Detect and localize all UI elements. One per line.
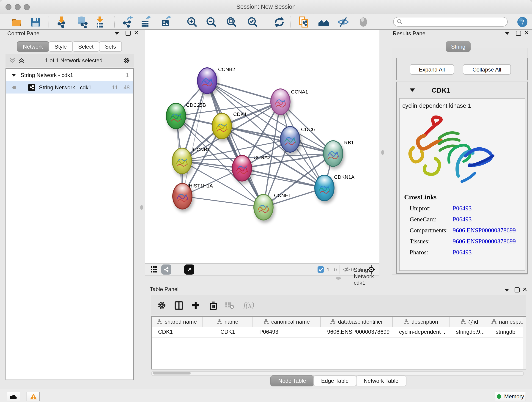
network-node-ccnb1[interactable] (172, 148, 192, 174)
bottom-splitter-handle[interactable] (336, 277, 341, 280)
network-node-ccnb2[interactable] (197, 67, 217, 94)
column-header--id[interactable]: @id (450, 317, 489, 327)
zoom-selected-button[interactable] (246, 16, 259, 28)
results-panel-maximize-button[interactable] (516, 31, 521, 36)
tab-node-table[interactable]: Node Table (271, 375, 314, 386)
crosslink-link[interactable]: 9606.ENSP00000378699 (453, 227, 516, 234)
table-options-button[interactable] (156, 299, 168, 311)
collection-expand-caret[interactable] (12, 74, 16, 76)
column-header-canonical-name[interactable]: canonical name (253, 317, 321, 327)
column-header-database-identifier[interactable]: database identifier (321, 317, 393, 327)
network-collection-row[interactable]: String Network - cdk1 1 (6, 69, 133, 81)
import-network-from-database-button[interactable] (76, 16, 89, 28)
export-network-button[interactable] (121, 16, 134, 28)
memory-button[interactable]: Memory (495, 392, 526, 401)
warnings-button[interactable] (27, 392, 40, 401)
table-panel-maximize-button[interactable] (515, 287, 520, 293)
table-cell[interactable]: 9606.ENSP00000378699 (321, 327, 393, 337)
table-vertical-scrollbar[interactable] (523, 317, 526, 369)
hide-selected-button[interactable] (337, 16, 350, 28)
column-header-name[interactable]: name (203, 317, 253, 327)
crosslink-link[interactable]: P06493 (453, 205, 472, 212)
zoom-in-button[interactable] (186, 16, 198, 28)
table-cell[interactable]: stringdb (489, 327, 526, 337)
network-canvas[interactable]: CCNB2CCNA1CDC25BCDK1CDC6RB1CCNB1CCNA2CDK… (145, 30, 380, 263)
new-network-from-selection-button[interactable] (298, 16, 310, 28)
protein-collapse-caret[interactable] (410, 89, 415, 92)
network-options-gear-icon[interactable] (123, 57, 130, 64)
right-splitter-handle[interactable] (381, 150, 384, 155)
search-input[interactable] (403, 19, 507, 25)
network-node-cdc25b[interactable] (166, 103, 186, 129)
expand-all-button[interactable]: Expand All (410, 64, 454, 75)
tab-select[interactable]: Select (72, 41, 99, 52)
network-node-rb1[interactable] (323, 140, 343, 167)
help-button[interactable]: ? (516, 16, 529, 28)
export-image-button[interactable] (160, 16, 173, 28)
memory-label: Memory (504, 393, 524, 400)
network-node-cdc6[interactable] (280, 126, 300, 153)
network-node-cdkn1a[interactable] (314, 175, 335, 201)
column-header-description[interactable]: description (393, 317, 450, 327)
left-splitter-handle[interactable] (140, 205, 143, 210)
open-session-button[interactable] (10, 16, 23, 28)
delete-table-button[interactable] (224, 299, 235, 311)
search-box[interactable] (393, 17, 508, 27)
show-hide-columns-button[interactable] (173, 299, 185, 311)
fit-selected-button[interactable] (366, 264, 376, 274)
tab-network[interactable]: Network (17, 41, 49, 52)
selected-checkbox[interactable] (317, 264, 324, 274)
network-node-ccne1[interactable] (253, 194, 273, 220)
control-panel-float-button[interactable] (114, 32, 119, 35)
show-all-button[interactable] (357, 16, 370, 28)
tab-style[interactable]: Style (49, 41, 73, 52)
create-column-button[interactable] (190, 299, 202, 311)
network-node-ccna1[interactable] (270, 89, 291, 115)
protein-section-header[interactable]: CDK1 (397, 82, 527, 98)
network-node-cdk1[interactable] (212, 113, 232, 139)
cloud-status-button[interactable] (7, 392, 20, 401)
birdseye-view-button[interactable] (149, 264, 159, 274)
function-builder-button[interactable]: f(x) (241, 299, 257, 311)
tab-network-table[interactable]: Network Table (356, 375, 406, 386)
results-panel-close-button[interactable]: ✕ (524, 31, 529, 35)
tab-sets[interactable]: Sets (99, 41, 122, 52)
save-session-button[interactable] (29, 16, 42, 28)
control-panel-close-button[interactable]: ✕ (134, 31, 139, 35)
export-table-button[interactable] (140, 16, 152, 28)
crosslink-link[interactable]: P06493 (453, 216, 472, 223)
import-table-from-file-button[interactable] (94, 16, 106, 28)
results-panel-float-button[interactable] (505, 32, 510, 35)
table-cell[interactable]: CDK1 (152, 327, 203, 337)
table-panel-close-button[interactable]: ✕ (522, 287, 527, 292)
column-header-shared-name[interactable]: shared name (152, 317, 203, 327)
tab-string[interactable]: String (446, 41, 471, 52)
table-row[interactable]: CDK1CDK1P064939606.ENSP00000378699cyclin… (152, 327, 526, 338)
delete-column-button[interactable] (207, 299, 219, 311)
import-network-from-file-button[interactable] (55, 16, 68, 28)
table-cell[interactable]: CDK1 (203, 327, 253, 337)
string-view-button[interactable] (161, 264, 171, 274)
table-panel-float-button[interactable] (505, 289, 509, 292)
expand-all-networks-icon[interactable] (18, 57, 25, 64)
table-cell[interactable]: cyclin-dependent ... (393, 327, 450, 337)
network-row-selected[interactable]: String Network - cdk1 11 48 (6, 81, 133, 94)
tab-edge-table[interactable]: Edge Table (313, 375, 356, 386)
fx-icon: f(x) (243, 301, 254, 310)
node-table[interactable]: shared namenamecanonical namedatabase id… (151, 316, 526, 370)
detach-view-button[interactable] (184, 264, 194, 274)
fit-content-button[interactable] (225, 16, 238, 28)
apply-preferred-layout-button[interactable] (273, 16, 285, 28)
table-cell[interactable]: stringdb:9... (450, 327, 489, 337)
control-panel-maximize-button[interactable] (126, 31, 131, 36)
crosslink-link[interactable]: 9606.ENSP00000378699 (453, 238, 516, 245)
zoom-out-button[interactable] (205, 16, 218, 28)
crosslink-link[interactable]: P06493 (453, 249, 472, 256)
home-button[interactable] (317, 16, 330, 28)
table-cell[interactable]: P06493 (253, 327, 321, 337)
column-header-namespac[interactable]: namespac (489, 317, 526, 327)
network-node-ccna2[interactable] (232, 155, 252, 182)
collapse-all-networks-icon[interactable] (9, 57, 16, 64)
status-bar: Memory (0, 389, 532, 402)
collapse-all-button[interactable]: Collapse All (463, 64, 511, 75)
